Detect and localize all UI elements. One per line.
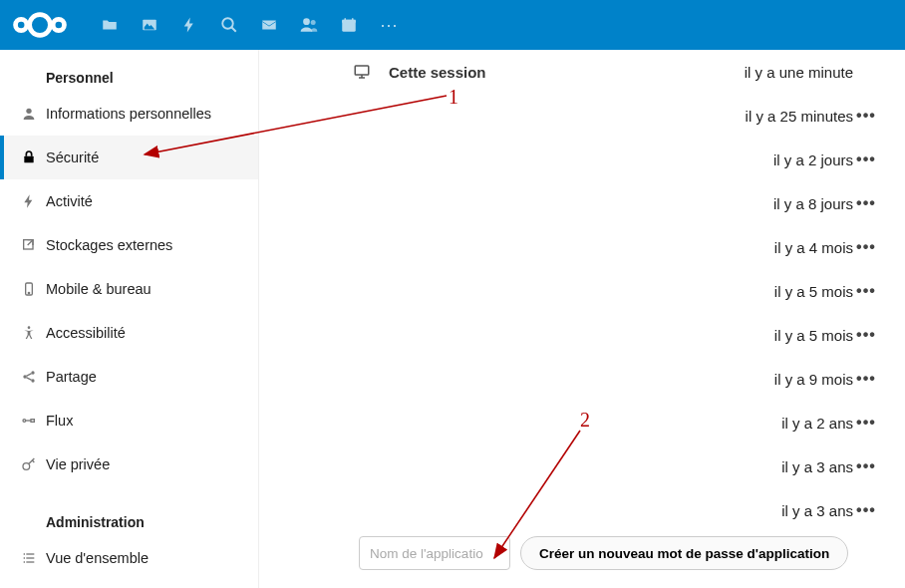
sidebar-item-overview[interactable]: Vue d'ensemble <box>0 536 258 580</box>
svg-point-2 <box>53 19 64 30</box>
mail-icon[interactable] <box>249 0 289 50</box>
session-time: il y a 3 ans <box>694 458 853 475</box>
app-password-form: Créer un nouveau mot de passe d'applicat… <box>359 536 848 570</box>
session-time: il y a 4 mois <box>694 239 853 256</box>
top-nav: ⋯ <box>90 0 409 50</box>
share-icon <box>14 369 44 385</box>
session-row: il y a 5 mois••• <box>259 313 905 357</box>
sidebar-item-label: Sécurité <box>44 149 99 165</box>
lock-icon <box>14 149 44 165</box>
session-time: il y a 5 mois <box>694 283 853 300</box>
sidebar: Personnel Informations personnelles Sécu… <box>0 50 259 588</box>
session-more-icon[interactable]: ••• <box>853 370 879 388</box>
sidebar-item-flow[interactable]: Flux <box>0 399 258 442</box>
session-row: il y a 4 mois••• <box>259 225 905 269</box>
topbar: ⋯ <box>0 0 905 50</box>
sidebar-item-label: Informations personnelles <box>44 106 211 122</box>
sidebar-item-activity[interactable]: Activité <box>0 179 258 223</box>
session-time: il y a 2 ans <box>694 415 853 432</box>
sidebar-item-label: Stockages externes <box>44 237 172 253</box>
session-time: il y a 2 jours <box>694 151 853 168</box>
flow-icon <box>14 413 44 429</box>
gallery-icon[interactable] <box>130 0 169 50</box>
svg-point-4 <box>222 18 233 29</box>
sidebar-section-personal: Personnel <box>0 60 258 92</box>
activity-icon[interactable] <box>169 0 209 50</box>
session-row: il y a 5 mois••• <box>259 269 905 313</box>
session-more-icon[interactable]: ••• <box>853 107 879 125</box>
sidebar-item-label: Mobile & bureau <box>44 281 151 297</box>
accessibility-icon <box>14 325 44 341</box>
session-more-icon[interactable]: ••• <box>853 194 879 212</box>
svg-rect-14 <box>24 156 33 163</box>
session-more-icon[interactable]: ••• <box>853 414 879 432</box>
session-time: il y a 5 mois <box>694 327 853 344</box>
session-list: Cette sessionil y a une minute il y a 25… <box>259 50 905 532</box>
svg-rect-10 <box>342 20 356 23</box>
sidebar-item-security[interactable]: Sécurité <box>0 136 258 179</box>
svg-rect-34 <box>355 66 369 75</box>
session-time: il y a une minute <box>694 64 853 81</box>
session-row: il y a 2 jours••• <box>259 138 905 181</box>
sidebar-item-share[interactable]: Partage <box>0 355 258 399</box>
files-icon[interactable] <box>90 0 130 50</box>
session-name: Cette session <box>389 64 486 81</box>
svg-rect-6 <box>262 21 276 30</box>
session-time: il y a 25 minutes <box>694 108 853 125</box>
sidebar-item-label: Flux <box>44 413 73 429</box>
svg-point-1 <box>30 15 51 36</box>
user-icon <box>14 106 44 122</box>
calendar-icon[interactable] <box>329 0 369 50</box>
overview-icon <box>14 550 44 566</box>
sidebar-item-personal-info[interactable]: Informations personnelles <box>0 92 258 136</box>
activity-icon <box>14 193 44 209</box>
session-more-icon[interactable]: ••• <box>853 238 879 256</box>
more-icon[interactable]: ⋯ <box>369 0 409 50</box>
session-more-icon[interactable]: ••• <box>853 150 879 168</box>
session-row: il y a 3 ans••• <box>259 444 905 488</box>
svg-point-7 <box>303 18 310 25</box>
session-row: il y a 8 jours••• <box>259 181 905 225</box>
contacts-icon[interactable] <box>289 0 329 50</box>
main-content: Cette sessionil y a une minute il y a 25… <box>259 50 905 588</box>
svg-rect-25 <box>31 420 34 423</box>
svg-point-8 <box>311 20 316 25</box>
session-row: il y a 25 minutes••• <box>259 94 905 138</box>
svg-line-22 <box>26 374 31 377</box>
session-more-icon[interactable]: ••• <box>853 326 879 344</box>
session-more-icon[interactable]: ••• <box>853 282 879 300</box>
mobile-icon <box>14 281 44 297</box>
external-icon <box>14 237 44 253</box>
sidebar-item-label: Vue d'ensemble <box>44 550 149 566</box>
sidebar-section-admin: Administration <box>0 504 258 536</box>
svg-line-23 <box>26 378 31 381</box>
sidebar-item-privacy[interactable]: Vie privée <box>0 442 258 486</box>
search-icon[interactable] <box>209 0 249 50</box>
session-row: il y a 9 mois••• <box>259 357 905 401</box>
svg-point-18 <box>28 326 31 329</box>
create-app-password-button[interactable]: Créer un nouveau mot de passe d'applicat… <box>520 536 848 570</box>
svg-point-13 <box>26 109 31 114</box>
sidebar-item-label: Vie privée <box>44 456 110 472</box>
sidebar-item-external-storage[interactable]: Stockages externes <box>0 223 258 267</box>
logo[interactable] <box>10 9 70 41</box>
svg-point-17 <box>28 292 29 293</box>
session-time: il y a 8 jours <box>694 195 853 212</box>
privacy-icon <box>14 456 44 472</box>
session-more-icon[interactable]: ••• <box>853 501 879 519</box>
sidebar-item-mobile[interactable]: Mobile & bureau <box>0 267 258 311</box>
sidebar-item-label: Accessibilité <box>44 325 126 341</box>
svg-point-24 <box>23 420 26 423</box>
sidebar-item-label: Partage <box>44 369 97 385</box>
session-time: il y a 9 mois <box>694 371 853 388</box>
svg-line-5 <box>231 27 236 32</box>
sidebar-item-accessibility[interactable]: Accessibilité <box>0 311 258 355</box>
session-row: Cette sessionil y a une minute <box>259 50 905 94</box>
desktop-icon <box>349 63 375 81</box>
svg-point-27 <box>23 463 30 470</box>
sidebar-item-label: Activité <box>44 193 93 209</box>
session-more-icon[interactable]: ••• <box>853 457 879 475</box>
svg-point-0 <box>16 19 27 30</box>
session-row: il y a 3 ans••• <box>259 488 905 532</box>
app-name-input[interactable] <box>359 536 510 570</box>
